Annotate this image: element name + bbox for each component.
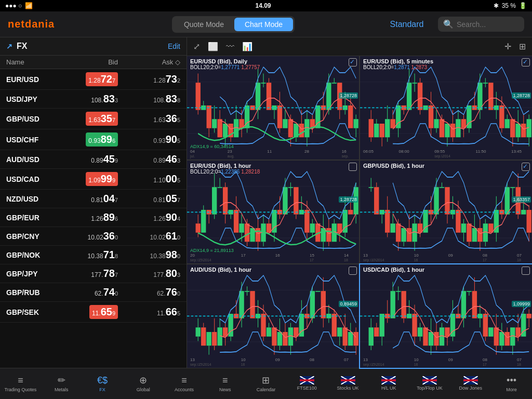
tab-accounts[interactable]: ≡ Accounts: [164, 368, 205, 399]
fx-row[interactable]: GBP/RUB 62.740 62.760: [0, 283, 187, 302]
chart-boll: BOLL20;2:0=1,2871 1,2873: [363, 64, 522, 70]
battery-icon: 🔋: [519, 2, 527, 9]
svg-rect-384: [196, 328, 201, 337]
fx-row[interactable]: NZD/USD 0.81047 0.81057: [0, 190, 187, 208]
candlestick-icon[interactable]: 📊: [242, 42, 252, 51]
svg-rect-566: [527, 314, 531, 318]
fx-row[interactable]: EUR/USD 1.28727 1.28732: [0, 69, 187, 90]
chart-checkbox[interactable]: [349, 267, 357, 275]
chart-cell[interactable]: EUR/USD (Bid), 5 minutes BOLL20;2:0=1,28…: [360, 56, 532, 159]
tab-fx[interactable]: €$ FX: [82, 368, 123, 399]
ask-price: 10.38980: [118, 249, 180, 261]
status-bar: ●●● ○ 📶 14.09 ✱ 35 % 🔋: [0, 0, 532, 11]
x-label: 0718: [517, 357, 522, 367]
svg-rect-183: [521, 124, 526, 137]
tab-more[interactable]: ••• More: [491, 368, 532, 399]
x-axis: 06:0508:0009:55sep.\201411:5013:45: [363, 149, 522, 158]
tab-calendar[interactable]: ⊞ Calendar: [246, 368, 287, 399]
fx-row[interactable]: GBP/NOK 10.38718 10.38980: [0, 246, 187, 264]
svg-rect-171: [499, 105, 504, 128]
flag-icon: [341, 376, 355, 384]
chart-cell[interactable]: USD/CAD (Bid), 1 hour 13sep.\15\20141016…: [360, 264, 532, 368]
edit-button[interactable]: Edit: [168, 42, 180, 50]
x-label: 09: [448, 253, 453, 262]
svg-rect-99: [369, 119, 374, 137]
svg-rect-497: [401, 291, 406, 318]
chart-title: EUR/USD (Bid), Daily: [190, 58, 349, 64]
svg-rect-215: [234, 210, 238, 233]
svg-rect-138: [440, 119, 444, 137]
tab-dow-jones[interactable]: Dow Jones: [450, 368, 491, 399]
svg-rect-88: [348, 105, 353, 128]
fx-row[interactable]: GBP/CNY 10.02360 10.02610: [0, 227, 187, 246]
ask-price: 62.760: [118, 286, 180, 298]
tab-news[interactable]: ≡ News: [205, 368, 246, 399]
svg-rect-554: [505, 332, 510, 345]
crosshair-icon[interactable]: ✛: [504, 42, 511, 51]
svg-rect-530: [461, 291, 466, 318]
chart-header: AUD/USD (Bid), 1 hour: [190, 267, 349, 273]
svg-rect-13: [212, 119, 217, 128]
grid-icon[interactable]: ⊞: [519, 42, 526, 51]
chart-cell[interactable]: GBP/USD (Bid), 1 hour 13sep.\10\20141016…: [360, 161, 532, 264]
expand-icon[interactable]: ⤢: [193, 42, 200, 51]
fx-row[interactable]: GBP/JPY 177.787 177.803: [0, 264, 187, 283]
svg-rect-108: [385, 119, 390, 137]
fx-row[interactable]: USD/CAD 1.09999 1.10005: [0, 169, 187, 190]
fx-panel: ↗ FX Edit Name Bid Ask ◇ EUR/USD 1.28727…: [0, 37, 187, 368]
fx-row[interactable]: AUD/USD 0.89459 0.89463: [0, 150, 187, 169]
charts-panel: ⤢ ⬜ 〰 📊 ✛ ⊞ EUR/USD (Bid), Daily BOLL20;…: [187, 37, 532, 368]
x-label: 09: [275, 357, 280, 367]
svg-rect-203: [212, 187, 217, 215]
chart-mode-button[interactable]: Chart Mode: [234, 18, 293, 31]
fx-pair-name: USD/CHF: [6, 136, 56, 144]
svg-rect-364: [505, 187, 510, 215]
tab-trading-quotes[interactable]: ≡ Trading Quotes: [0, 368, 41, 399]
flag-icon: [300, 376, 314, 384]
svg-rect-227: [256, 228, 260, 242]
fx-row[interactable]: GBP/USD 1.63357 1.63365: [0, 109, 187, 129]
bid-price: 1.28727: [56, 72, 118, 86]
chart-header: EUR/USD (Bid), Daily BOLL20;2:0=1,27771 …: [190, 58, 349, 70]
chart-svg: [360, 264, 532, 368]
ask-price: 1.10005: [118, 173, 180, 185]
fx-row[interactable]: GBP/SEK 11.659 11.665: [0, 302, 187, 323]
svg-rect-197: [201, 210, 206, 233]
fx-pair-name: AUD/USD: [6, 155, 56, 164]
x-axis: 04jul.23aug.112816sep.: [190, 149, 349, 158]
tab-label-accounts: Accounts: [175, 388, 194, 393]
charts-toolbar: ⤢ ⬜ 〰 📊 ✛ ⊞: [187, 37, 532, 56]
tab-metals[interactable]: ✏ Metals: [41, 368, 82, 399]
quote-mode-button[interactable]: Quote Mode: [174, 18, 234, 31]
tab-global[interactable]: ⊕ Global: [123, 368, 164, 399]
tab-topflop-uk[interactable]: Top/Flop UK: [409, 368, 450, 399]
search-input[interactable]: [457, 20, 519, 29]
fx-pair-name: EUR/USD: [6, 75, 56, 84]
svg-rect-224: [250, 228, 255, 242]
fx-row[interactable]: USD/CHF 0.93896 0.93905: [0, 129, 187, 150]
tab-hl-uk[interactable]: H/L UK: [368, 368, 409, 399]
tab-label-news: News: [219, 388, 231, 393]
chart-title: GBP/USD (Bid), 1 hour: [363, 163, 522, 169]
chart-checkbox[interactable]: [349, 58, 357, 66]
tab-ftse100[interactable]: FTSE100: [286, 368, 327, 399]
line-chart-icon[interactable]: 〰: [226, 42, 234, 51]
tab-stocks-uk[interactable]: Stocks UK: [327, 368, 368, 399]
svg-rect-471: [354, 332, 358, 345]
main-content: ↗ FX Edit Name Bid Ask ◇ EUR/USD 1.28727…: [0, 37, 532, 368]
bar-chart-icon[interactable]: ⬜: [208, 42, 218, 51]
fx-row[interactable]: USD/JPY 108.833 108.838: [0, 90, 187, 109]
chart-checkbox[interactable]: [349, 163, 357, 171]
chart-checkbox[interactable]: [522, 163, 530, 171]
chart-checkbox[interactable]: [522, 267, 530, 275]
chart-checkbox[interactable]: [522, 58, 530, 66]
chart-svg: [360, 161, 532, 264]
chart-cell[interactable]: EUR/USD (Bid), 1 hour BOLL20;2:0=1,22386…: [187, 161, 359, 264]
fx-row[interactable]: GBP/EUR 1.26896 1.26904: [0, 208, 187, 227]
ask-price: 1.28732: [118, 73, 180, 85]
chart-boll: BOLL20;2:0=1,27771 1,27757: [190, 64, 349, 70]
x-label: 17: [241, 253, 246, 262]
svg-rect-144: [450, 124, 455, 137]
chart-cell[interactable]: AUD/USD (Bid), 1 hour 13sep.\15\20141016…: [187, 264, 359, 368]
chart-cell[interactable]: EUR/USD (Bid), Daily BOLL20;2:0=1,27771 …: [187, 56, 359, 159]
